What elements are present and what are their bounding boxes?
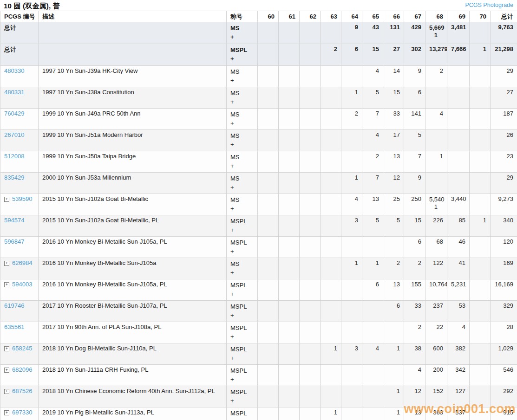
grade-cell-66: 1 <box>383 386 404 407</box>
pcgs-number-link[interactable]: 760429 <box>4 110 24 117</box>
description-cell <box>39 44 227 66</box>
grade-cell-65: 6 <box>362 279 383 301</box>
description-cell <box>39 22 227 44</box>
description-cell: 2019 10 Yn Pig Bi-Metallic Sun-J113a, PL <box>39 407 227 420</box>
pcgs-number-cell: 619746 <box>0 301 39 322</box>
grade-cell-69 <box>447 151 470 173</box>
total-cell: 340 <box>491 215 517 237</box>
designation-cell: MSPL+ <box>227 237 258 258</box>
grade-cell-64: 4 <box>341 194 362 215</box>
pcgs-number-link[interactable]: 635561 <box>4 323 24 330</box>
total-cell: 915 <box>491 407 517 420</box>
expand-icon[interactable]: + <box>4 346 9 351</box>
grade-cell-60 <box>258 87 279 109</box>
pcgs-number-link[interactable]: 480331 <box>4 89 24 96</box>
total-cell: 292 <box>491 386 517 407</box>
grade-cell-70 <box>470 365 491 386</box>
grade-cell-66: 1 <box>383 407 404 420</box>
grade-cell-65: 5 <box>362 215 383 237</box>
summary-row: 总计MS+9431314295,66913,4819,763 <box>0 22 517 44</box>
grade-cell-70 <box>470 173 491 194</box>
grade-cell-66: 33 <box>383 109 404 130</box>
grade-cell-63 <box>321 365 341 386</box>
pcgs-number-link[interactable]: 687526 <box>12 388 32 394</box>
grade-cell-61 <box>279 87 300 109</box>
pcgs-number-link[interactable]: 267010 <box>4 131 24 138</box>
total-cell: 29 <box>491 173 517 194</box>
grade-cell-64 <box>341 130 362 151</box>
designation-line: MS <box>230 153 254 162</box>
grade-cell-61 <box>279 194 300 215</box>
page-header: 10 圆 (双金属), 普 PCGS Photograde <box>0 0 517 11</box>
grade-cell-67: 6 <box>404 87 425 109</box>
designation-line: + <box>230 268 254 277</box>
pcgs-number-link[interactable]: 835429 <box>4 174 24 181</box>
designation-cell: MS+ <box>227 151 258 173</box>
grade-cell-61 <box>279 343 300 365</box>
pcgs-number-cell: 480330 <box>0 66 39 87</box>
pcgs-number-link[interactable]: 626984 <box>12 259 32 266</box>
designation-cell: MSPL+ <box>227 386 258 407</box>
expand-icon[interactable]: + <box>4 282 9 287</box>
pcgs-number-cell: 635561 <box>0 322 39 343</box>
expand-icon[interactable]: + <box>4 410 9 415</box>
table-row: 8354292000 10 Yn Sun-J53a MillenniumMS+1… <box>0 173 517 194</box>
grade-cell-66: 5 <box>383 215 404 237</box>
grade-cell-65 <box>362 365 383 386</box>
expand-icon[interactable]: + <box>4 389 9 394</box>
grade-cell-63 <box>321 87 341 109</box>
grade-cell-65: 2 <box>362 151 383 173</box>
grade-cell-60 <box>258 109 279 130</box>
grade-cell-66: 13 <box>383 151 404 173</box>
grade-cell-65: 15 <box>362 44 383 66</box>
grade-cell-61 <box>279 109 300 130</box>
grade-cell-65 <box>362 407 383 420</box>
pcgs-number-link[interactable]: 596847 <box>4 238 24 245</box>
expand-icon[interactable]: + <box>4 197 9 202</box>
grade-cell-64 <box>341 279 362 301</box>
description-cell: 2018 10 Yn Dog Bi-Metallic Sun-J110a, PL <box>39 343 227 365</box>
grade-cell-68: 4 <box>425 109 447 130</box>
table-row: 7604291999 10 Yn Sun-J49a PRC 50th AnnMS… <box>0 109 517 130</box>
grade-cell-65 <box>362 322 383 343</box>
total-cell: 16,169 <box>491 279 517 301</box>
description-cell: 2018 10 Yn Sun-J111a CRH Fuxing, PL <box>39 365 227 386</box>
pcgs-number-link[interactable]: 594003 <box>12 281 32 288</box>
expand-icon[interactable]: + <box>4 261 9 266</box>
total-cell: 1,029 <box>491 343 517 365</box>
grade-cell-68: 237 <box>425 301 447 322</box>
grade-cell-67: 2 <box>404 322 425 343</box>
designation-line: + <box>230 32 254 41</box>
pcgs-number-link[interactable]: 512008 <box>4 153 24 160</box>
description-cell: 2016 10 Yn Monkey Bi-Metallic Sun-J105a,… <box>39 279 227 301</box>
table-row: +5940032016 10 Yn Monkey Bi-Metallic Sun… <box>0 279 517 301</box>
pcgs-number-link[interactable]: 619746 <box>4 302 24 309</box>
grade-cell-61 <box>279 151 300 173</box>
pcgs-number-link[interactable]: 480330 <box>4 67 24 74</box>
grade-cell-68: 68 <box>425 237 447 258</box>
grade-cell-65 <box>362 386 383 407</box>
table-row: 6355612017 10 Yn 90th Ann. of PLA Sun-J1… <box>0 322 517 343</box>
grade-cell-65: 1 <box>362 258 383 279</box>
pcgs-number-link[interactable]: 658245 <box>12 345 32 352</box>
grade-cell-64: 3 <box>341 215 362 237</box>
grade-cell-69: 7,666 <box>447 44 470 66</box>
description-cell: 2016 10 Yn Monkey Bi-Metallic Sun-J105a,… <box>39 237 227 258</box>
total-cell: 23 <box>491 151 517 173</box>
pcgs-number-cell: 总计 <box>0 44 39 66</box>
column-header-61: 61 <box>279 11 300 22</box>
table-row: 5120081999 10 Yn Sun-J50a Taipa BridgeMS… <box>0 151 517 173</box>
grade-cell-62 <box>300 173 321 194</box>
summary-label: 总计 <box>4 24 16 31</box>
pcgs-number-link[interactable]: 539590 <box>12 195 32 202</box>
grade-cell-69 <box>447 173 470 194</box>
pcgs-number-link[interactable]: 594574 <box>4 217 24 224</box>
pcgs-photograde-link[interactable]: PCGS Photograde <box>465 2 513 8</box>
expand-icon[interactable]: + <box>4 368 9 373</box>
population-report-page: 10 圆 (双金属), 普 PCGS Photograde PCGS 编号描述称… <box>0 0 517 420</box>
pcgs-number-link[interactable]: 697330 <box>12 409 32 416</box>
grade-cell-62 <box>300 22 321 44</box>
grade-cell-68: 600 <box>425 343 447 365</box>
designation-line: + <box>230 140 254 149</box>
pcgs-number-link[interactable]: 682096 <box>12 366 32 373</box>
